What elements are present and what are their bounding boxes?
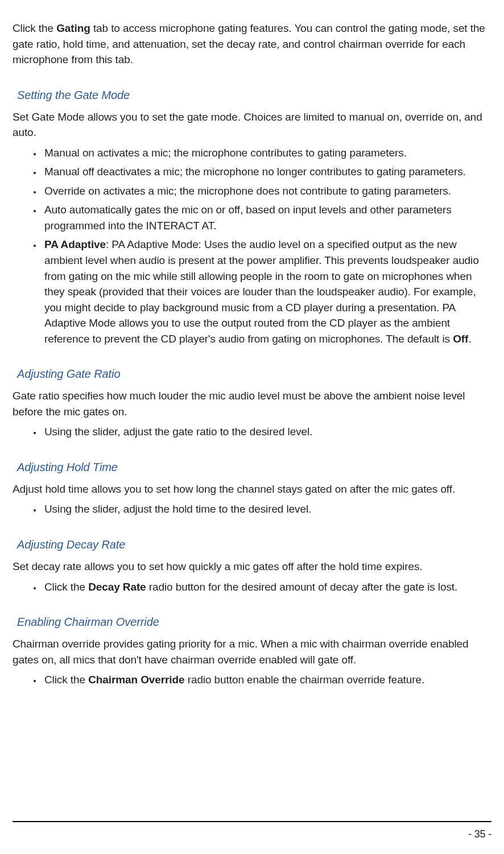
list-item: Override on activates a mic; the microph… (42, 183, 491, 199)
section-body-hold-time: Adjust hold time allows you to set how l… (13, 481, 491, 497)
pa-adaptive-off: Off (453, 333, 468, 345)
list-item: Click the Decay Rate radio button for th… (42, 579, 491, 595)
section-body-chairman-override: Chairman override provides gating priori… (13, 636, 491, 667)
chairman-post: radio button enable the chairman overrid… (185, 674, 425, 686)
chairman-bold: Chairman Override (88, 674, 184, 686)
pa-adaptive-period: . (468, 333, 471, 345)
intro-paragraph: Click the Gating tab to access microphon… (13, 20, 491, 68)
list-item: Click the Chairman Override radio button… (42, 672, 491, 688)
decay-bold: Decay Rate (88, 581, 146, 593)
list-gate-mode: Manual on activates a mic; the microphon… (42, 145, 491, 347)
list-item: PA Adaptive: PA Adaptive Mode: Uses the … (42, 237, 491, 346)
section-heading-hold-time: Adjusting Hold Time (17, 459, 491, 476)
section-body-decay-rate: Set decay rate allows you to set how qui… (13, 559, 491, 575)
section-heading-gate-ratio: Adjusting Gate Ratio (17, 366, 491, 382)
list-hold-time: Using the slider, adjust the hold time t… (42, 501, 491, 517)
pa-adaptive-rest: : PA Adaptive Mode: Uses the audio level… (44, 238, 479, 344)
section-heading-chairman-override: Enabling Chairman Override (17, 614, 491, 630)
footer-rule (13, 821, 491, 822)
list-decay-rate: Click the Decay Rate radio button for th… (42, 579, 491, 595)
decay-pre: Click the (44, 581, 88, 593)
decay-post: radio button for the desired amount of d… (146, 581, 458, 593)
page-number: - 35 - (468, 827, 491, 841)
list-item: Manual off deactivates a mic; the microp… (42, 164, 491, 180)
section-heading-gate-mode: Setting the Gate Mode (17, 87, 491, 104)
list-gate-ratio: Using the slider, adjust the gate ratio … (42, 424, 491, 440)
section-body-gate-mode: Set Gate Mode allows you to set the gate… (13, 109, 491, 141)
list-item: Manual on activates a mic; the microphon… (42, 145, 491, 161)
list-item: Using the slider, adjust the gate ratio … (42, 424, 491, 440)
list-item: Using the slider, adjust the hold time t… (42, 501, 491, 517)
list-item: Auto automatically gates the mic on or o… (42, 202, 491, 233)
list-chairman-override: Click the Chairman Override radio button… (42, 672, 491, 688)
intro-pre: Click the (13, 22, 56, 34)
pa-adaptive-bold: PA Adaptive (44, 238, 106, 250)
chairman-pre: Click the (44, 674, 88, 686)
section-heading-decay-rate: Adjusting Decay Rate (17, 537, 491, 553)
section-body-gate-ratio: Gate ratio specifies how much louder the… (13, 388, 491, 419)
intro-bold: Gating (56, 22, 90, 34)
